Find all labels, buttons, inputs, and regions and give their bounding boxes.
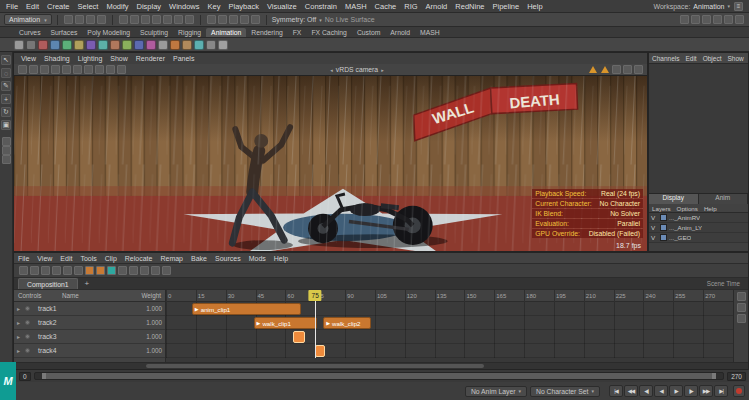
toolbar-icon[interactable] [40,65,49,74]
te-zoom-fit-icon[interactable] [151,266,160,275]
layer-visibility-toggle[interactable]: V [651,224,658,231]
viewport-menu-show[interactable]: Show [106,55,132,62]
range-slider[interactable] [34,372,725,380]
timeline-area[interactable]: 0153045607590105120135150165180195210225… [166,290,733,362]
toolbar-icon[interactable] [62,65,71,74]
toolbar-icon[interactable] [106,65,115,74]
track-row-track2[interactable]: ▸track21.000 [14,316,165,330]
time-editor-menu-edit[interactable]: Edit [56,255,76,262]
menu-playback[interactable]: Playback [224,2,262,11]
clip-anim-clip1[interactable]: ▶anim_clip1 [192,303,301,315]
track-weight-field[interactable]: 1.000 [132,347,162,354]
channel-box-menu-edit[interactable]: Edit [682,55,699,62]
layer-editor-tab-anim[interactable]: Anim [699,194,749,204]
shelf-tab-fx[interactable]: FX [288,28,307,37]
shelf-tab-fx-caching[interactable]: FX Caching [306,28,352,37]
shelf-tab-poly-modeling[interactable]: Poly Modeling [82,28,135,37]
viewport-scene[interactable]: WALL DEATH [14,76,647,251]
menu-pipeline[interactable]: Pipeline [488,2,523,11]
workspace-menu-icon[interactable]: ≡ [734,2,743,11]
viewport-menu-shading[interactable]: Shading [40,55,74,62]
toolbar-icon[interactable] [51,65,60,74]
toolbar-icon[interactable] [737,292,746,301]
shelf-tab-surfaces[interactable]: Surfaces [46,28,83,37]
te-loop-clip-icon[interactable] [74,266,83,275]
clip-walk-clip1[interactable]: ▶walk_clip1 [254,317,318,329]
anim-layer-dropdown[interactable]: No Anim Layer ▾ [465,386,527,397]
menu-select[interactable]: Select [74,2,103,11]
toolbar-icon[interactable] [152,15,161,24]
menu-edit[interactable]: Edit [22,2,43,11]
toolbar-icon[interactable] [2,146,11,155]
expand-caret-icon[interactable]: ▸ [17,347,23,354]
layer-color-chip[interactable] [660,224,667,231]
time-editor-menu-clip[interactable]: Clip [101,255,121,262]
play-forward-button[interactable]: ▶ [669,385,683,397]
select-tool[interactable]: ↖ [1,55,11,65]
shelf-icon-14[interactable] [182,40,192,50]
time-editor-menu-tools[interactable]: Tools [76,255,100,262]
paint-select-tool[interactable]: ✎ [1,81,11,91]
shelf-tab-sculpting[interactable]: Sculpting [135,28,173,37]
menu-constrain[interactable]: Constrain [301,2,341,11]
lasso-select-tool[interactable]: ◌ [1,68,11,78]
shelf-icon-15[interactable] [194,40,204,50]
track-state-dot[interactable] [25,334,30,339]
current-frame-indicator[interactable]: 75 [309,290,322,301]
time-editor-menu-help[interactable]: Help [270,255,292,262]
te-add-track-icon[interactable] [30,266,39,275]
toolbar-icon[interactable] [86,15,95,24]
toolbar-icon[interactable] [97,15,106,24]
step-forward-frame-button[interactable]: |▶ [684,385,698,397]
clip-unnamed[interactable] [315,345,325,357]
track-lane[interactable] [166,330,733,344]
time-editor-menu-view[interactable]: View [33,255,56,262]
toolbar-icon[interactable] [163,15,172,24]
viewport-menu-renderer[interactable]: Renderer [132,55,169,62]
track-state-dot[interactable] [25,320,30,325]
range-start-field[interactable]: 0 [19,372,31,381]
workspace-selector[interactable]: Workspace: Animation ▾ ≡ [654,2,748,11]
channel-box-menu-show[interactable]: Show [724,55,746,62]
menu-help[interactable]: Help [523,2,546,11]
te-solo-track-icon[interactable] [118,266,127,275]
shelf-icon-17[interactable] [218,40,228,50]
time-editor-menu-mods[interactable]: Mods [245,255,270,262]
track-row-track4[interactable]: ▸track41.000 [14,344,165,358]
toolbar-icon[interactable] [117,65,126,74]
toolbar-icon[interactable] [251,15,260,24]
track-lane[interactable] [166,344,733,358]
clip-unnamed[interactable] [293,331,305,343]
toolbar-icon[interactable] [623,65,632,74]
rotate-tool[interactable]: ↻ [1,107,11,117]
menu-create[interactable]: Create [43,2,74,11]
time-editor-menu-file[interactable]: File [14,255,33,262]
te-create-clip-icon[interactable] [41,266,50,275]
timeline-horizontal-scrollbar[interactable] [14,362,748,369]
viewport-menu-view[interactable]: View [17,55,40,62]
shelf-icon-0[interactable] [14,40,24,50]
track-weight-field[interactable]: 1.000 [132,305,162,312]
toolbar-icon[interactable] [680,15,689,24]
toolbar-icon[interactable] [691,15,700,24]
workspace-value[interactable]: Animation [693,3,724,10]
layer-color-chip[interactable] [660,234,667,241]
layer-row[interactable]: V..._AnimRV [649,213,748,223]
toolbar-icon[interactable] [29,65,38,74]
layer-editor-menu-help[interactable]: Help [701,205,720,212]
te-group-clips-icon[interactable] [85,266,94,275]
toolbar-icon[interactable] [84,65,93,74]
scrollbar-thumb[interactable] [146,364,484,368]
character-set-dropdown[interactable]: No Character Set ▾ [530,386,600,397]
shelf-icon-7[interactable] [98,40,108,50]
te-import-animation-icon[interactable] [19,266,28,275]
menu-rig[interactable]: RIG [400,2,421,11]
go-to-end-button[interactable]: ▶| [714,385,728,397]
channel-box-body[interactable] [649,64,748,193]
shelf-tab-curves[interactable]: Curves [14,28,46,37]
toolbar-icon[interactable] [737,303,746,312]
shelf-icon-5[interactable] [74,40,84,50]
shelf-icon-13[interactable] [170,40,180,50]
menu-mash[interactable]: MASH [341,2,371,11]
shelf-icon-10[interactable] [134,40,144,50]
